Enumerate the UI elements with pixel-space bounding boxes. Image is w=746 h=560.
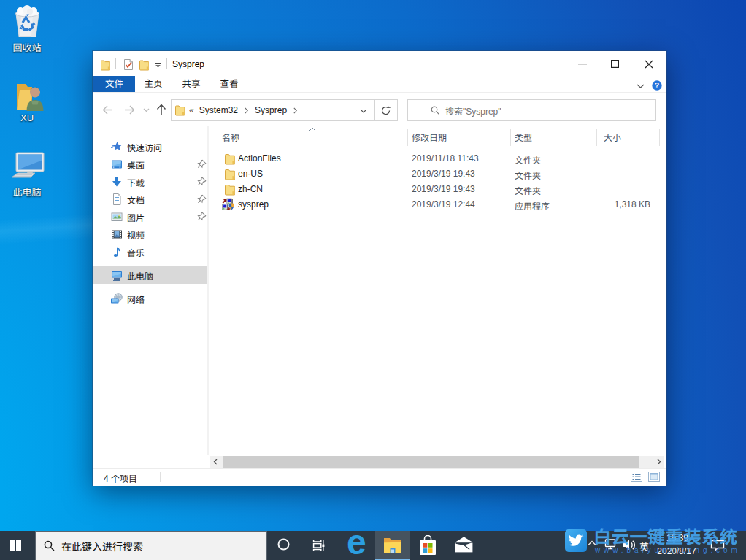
svg-text:?: ? [655,81,659,90]
